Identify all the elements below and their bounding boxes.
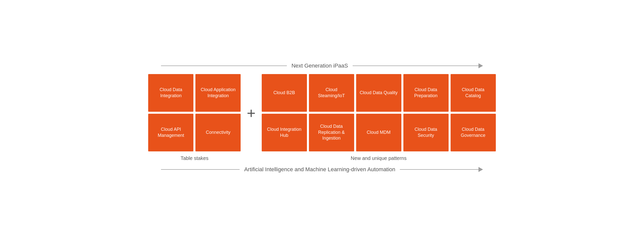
- tile-cloud-data-catalog: Cloud Data Catalog: [451, 74, 496, 112]
- tile-cloud-data-replication-ingestion: Cloud Data Replication & Ingestion: [309, 114, 354, 151]
- bottom-arrow-label: Artificial Intelligence and Machine Lear…: [240, 166, 400, 173]
- tile-connectivity: Connectivity: [195, 114, 241, 151]
- tile-cloud-integration-hub: Cloud Integration Hub: [262, 114, 307, 151]
- plus-sign: +: [241, 104, 261, 122]
- right-grid: Cloud B2B Cloud Steaming/IoT Cloud Data …: [262, 74, 496, 151]
- top-arrow-head: [478, 63, 483, 68]
- top-arrow-shaft: [161, 66, 287, 66]
- top-arrow-line: Next Generation iPaaS: [161, 63, 483, 69]
- tile-cloud-data-governance: Cloud Data Governance: [451, 114, 496, 151]
- tile-cloud-b2b: Cloud B2B: [262, 74, 307, 112]
- bottom-arrow-row: Artificial Intelligence and Machine Lear…: [161, 166, 483, 173]
- tile-cloud-mdm: Cloud MDM: [356, 114, 401, 151]
- bottom-arrow-head: [478, 167, 483, 172]
- bottom-arrow-line: Artificial Intelligence and Machine Lear…: [161, 166, 483, 173]
- left-grid: Cloud Data Integration Cloud Application…: [148, 74, 241, 151]
- tile-cloud-data-preparation: Cloud Data Preparation: [403, 74, 449, 112]
- diagram-container: Next Generation iPaaS Cloud Data Integra…: [161, 54, 483, 181]
- tile-cloud-application-integration: Cloud Application Integration: [195, 74, 241, 112]
- top-arrow-shaft-right: [353, 66, 478, 66]
- bottom-arrow-shaft: [161, 169, 240, 170]
- right-group: Cloud B2B Cloud Steaming/IoT Cloud Data …: [262, 74, 496, 161]
- left-group: Cloud Data Integration Cloud Application…: [148, 74, 241, 161]
- left-group-label: Table stakes: [181, 155, 208, 161]
- tile-cloud-data-quality: Cloud Data Quality: [356, 74, 401, 112]
- tile-cloud-data-security: Cloud Data Security: [403, 114, 449, 151]
- bottom-arrow-shaft-right: [400, 169, 478, 170]
- right-group-label: New and unique patterns: [351, 155, 406, 161]
- top-arrow-row: Next Generation iPaaS: [161, 63, 483, 69]
- tile-cloud-data-integration: Cloud Data Integration: [148, 74, 193, 112]
- top-arrow-label: Next Generation iPaaS: [287, 63, 352, 69]
- tile-cloud-streaming-iot: Cloud Steaming/IoT: [309, 74, 354, 112]
- main-content: Cloud Data Integration Cloud Application…: [161, 74, 483, 161]
- tile-cloud-api-management: Cloud API Management: [148, 114, 193, 151]
